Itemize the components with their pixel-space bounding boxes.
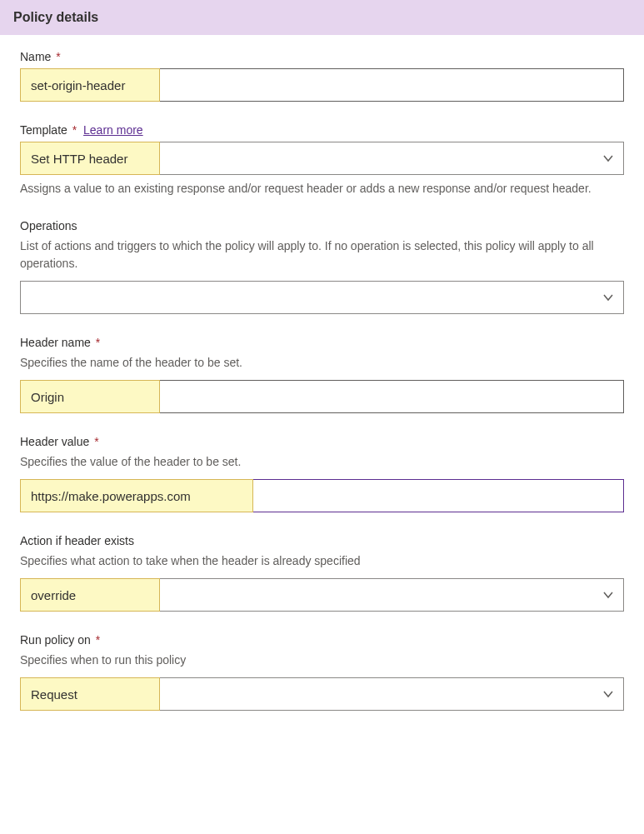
action-if-exists-value: override [20,578,160,612]
run-policy-on-select[interactable]: Request [20,677,624,711]
form-body: Name * set-origin-header Template * Lear… [0,35,644,734]
chevron-down-icon [593,579,623,611]
template-label-text: Template [20,123,67,137]
name-label: Name * [20,50,624,63]
action-if-exists-description: Specifies what action to take when the h… [20,552,624,570]
field-header-name: Header name * Specifies the name of the … [20,336,624,413]
name-input-value: set-origin-header [20,68,160,102]
header-name-description: Specifies the name of the header to be s… [20,354,624,372]
action-if-exists-label: Action if header exists [20,534,624,547]
run-policy-on-label: Run policy on * [20,633,624,647]
name-input[interactable]: set-origin-header [20,68,624,102]
header-name-input-value: Origin [20,380,160,413]
header-name-label: Header name * [20,336,624,349]
input-spacer [160,381,623,412]
action-if-exists-select[interactable]: override [20,578,624,612]
section-title: Policy details [13,10,98,24]
select-spacer [160,142,593,174]
header-value-label: Header value * [20,435,624,448]
learn-more-link[interactable]: Learn more [83,123,143,137]
run-policy-on-description: Specifies when to run this policy [20,652,624,669]
field-name: Name * set-origin-header [20,50,624,102]
field-template: Template * Learn more Set HTTP header As… [20,123,624,197]
template-label: Template * Learn more [20,123,624,137]
required-indicator: * [72,123,77,137]
header-value-input[interactable]: https://make.powerapps.com [20,479,624,512]
select-spacer [160,678,593,710]
input-spacer [253,480,623,512]
field-header-value: Header value * Specifies the value of th… [20,435,624,512]
template-select-value: Set HTTP header [20,142,160,175]
field-operations: Operations List of actions and triggers … [20,219,624,314]
operations-select[interactable] [20,281,624,314]
name-label-text: Name [20,50,51,63]
section-header: Policy details [0,0,644,35]
field-run-policy-on: Run policy on * Specifies when to run th… [20,633,624,711]
required-indicator: * [96,336,100,349]
header-value-label-text: Header value [20,435,89,448]
header-name-input[interactable]: Origin [20,380,624,413]
header-value-description: Specifies the value of the header to be … [20,453,624,471]
operations-label: Operations [20,219,624,232]
header-name-label-text: Header name [20,336,91,349]
chevron-down-icon [593,282,623,313]
input-spacer [160,69,623,101]
required-indicator: * [96,633,100,647]
required-indicator: * [56,50,60,63]
chevron-down-icon [593,678,623,710]
select-spacer [21,282,593,313]
operations-description: List of actions and triggers to which th… [20,237,624,272]
run-policy-on-value: Request [20,677,160,711]
header-value-input-value: https://make.powerapps.com [20,479,253,512]
required-indicator: * [94,435,98,448]
field-action-if-exists: Action if header exists Specifies what a… [20,534,624,612]
select-spacer [160,579,593,611]
chevron-down-icon [593,142,623,174]
run-policy-on-label-text: Run policy on [20,633,91,647]
template-select[interactable]: Set HTTP header [20,142,624,175]
template-description: Assigns a value to an existing response … [20,180,624,197]
